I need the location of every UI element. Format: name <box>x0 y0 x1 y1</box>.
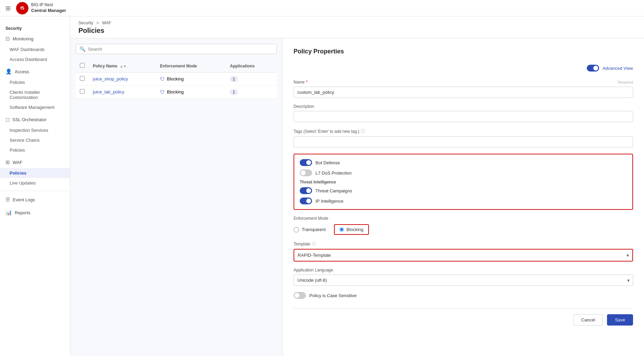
sidebar-event-logs-label: Event Logs <box>13 197 35 202</box>
l7-dos-toggle[interactable] <box>300 169 312 176</box>
save-button[interactable]: Save <box>607 314 633 326</box>
cancel-button[interactable]: Cancel <box>573 314 603 326</box>
sidebar-group-waf: ⊞ WAF Policies Live Updates <box>0 156 70 188</box>
ip-intelligence-toggle[interactable] <box>300 198 312 204</box>
sidebar-item-label: Live Updates <box>10 180 36 186</box>
advanced-view-row: Advanced View <box>294 65 633 72</box>
name-input[interactable] <box>294 87 633 98</box>
apps-badge: 1 <box>230 89 238 95</box>
threat-campaigns-toggle[interactable] <box>300 187 312 194</box>
description-label: Description <box>294 104 633 109</box>
bot-defense-toggle[interactable] <box>300 159 312 166</box>
row-checkbox[interactable] <box>80 89 85 94</box>
tags-help-icon[interactable]: ⓘ <box>361 128 365 134</box>
grid-icon[interactable]: ⊞ <box>5 4 11 12</box>
description-input[interactable] <box>294 111 633 122</box>
col-applications: Applications <box>226 60 277 73</box>
sidebar-item-clients-installer[interactable]: Clients Installer Customization <box>0 87 70 102</box>
enforcement-radio-group: Transparent Blocking <box>294 224 633 235</box>
template-section: Template ⓘ RAPID-Template ▾ <box>294 241 633 262</box>
case-sensitive-label: Policy is Case Sensitive <box>309 293 357 298</box>
col-policy-name: Policy Name ▲▼ <box>89 60 156 73</box>
sidebar-item-service-chains[interactable]: Service Chains <box>0 135 70 145</box>
template-select[interactable]: RAPID-Template <box>294 250 632 261</box>
enforcement-cell: 🛡 Blocking <box>160 89 222 95</box>
sidebar-group-ssl-header[interactable]: ◻ SSL Orchestrator <box>0 114 70 125</box>
app-language-group: Application Language Unicode (utf-8) ▾ <box>294 268 633 286</box>
policy-name-link[interactable]: juice_lab_policy <box>93 89 124 94</box>
monitoring-icon: ⊡ <box>5 36 10 42</box>
sort-icon[interactable]: ▲▼ <box>120 64 127 68</box>
access-icon: 👤 <box>5 68 12 75</box>
radio-blocking-box[interactable]: Blocking <box>334 224 369 235</box>
sidebar-group-event-logs-header[interactable]: ☰ Event Logs <box>0 194 70 205</box>
blocking-radio[interactable] <box>339 227 344 232</box>
page-title: Policies <box>78 27 636 35</box>
threat-intel-sublabel: Threat Intelligence <box>300 180 627 185</box>
case-sensitive-toggle[interactable] <box>294 292 306 299</box>
sidebar-item-label: Policies <box>10 148 25 153</box>
app-language-select-wrapper: Unicode (utf-8) ▾ <box>294 275 633 286</box>
sidebar-item-label: Access Dashboard <box>10 57 47 62</box>
radio-transparent[interactable]: Transparent <box>294 227 326 232</box>
search-input[interactable] <box>88 47 273 52</box>
l7-dos-label: L7 DoS Protection <box>315 170 352 176</box>
bot-defense-label: Bot Defense <box>315 160 340 165</box>
sidebar-item-label: Clients Installer Customization <box>10 90 64 100</box>
sidebar-section-security: Security <box>0 21 70 33</box>
sidebar-item-live-updates[interactable]: Live Updates <box>0 178 70 188</box>
enforcement-cell: 🛡 Blocking <box>160 76 222 82</box>
sidebar-ssl-label: SSL Orchestrator <box>12 117 47 122</box>
tags-input[interactable] <box>294 136 633 148</box>
sidebar-group-reports-header[interactable]: 📊 Reports <box>0 207 70 218</box>
transparent-radio[interactable] <box>294 227 299 232</box>
select-all-checkbox[interactable] <box>80 63 85 68</box>
search-bar[interactable]: 🔍 <box>76 44 277 54</box>
row-checkbox[interactable] <box>80 76 85 81</box>
app-logo: f5 BIG-IP Next Central Manager <box>16 2 66 14</box>
ssl-icon: ◻ <box>5 116 10 123</box>
case-sensitive-row: Policy is Case Sensitive <box>294 292 633 299</box>
sidebar-group-event-logs: ☰ Event Logs <box>0 194 70 205</box>
app-language-label: Application Language <box>294 268 633 272</box>
policy-properties-pane: Policy Properties Advanced View Name * R… <box>283 38 644 356</box>
sidebar-group-monitoring-header[interactable]: ⊡ Monitoring <box>0 33 70 44</box>
enforcement-mode-label: Enforcement Mode <box>294 216 633 221</box>
sidebar-item-access-policies[interactable]: Policies <box>0 77 70 87</box>
sidebar-reports-label: Reports <box>15 210 30 215</box>
sidebar-monitoring-label: Monitoring <box>13 36 34 41</box>
app-language-select[interactable]: Unicode (utf-8) <box>294 275 633 286</box>
template-select-wrapper: RAPID-Template ▾ <box>294 250 632 261</box>
sidebar-group-monitoring: ⊡ Monitoring WAF Dashboards Access Dashb… <box>0 33 70 64</box>
policy-name-link[interactable]: juice_shop_policy <box>93 76 128 81</box>
breadcrumb: Security > WAF <box>78 21 636 25</box>
sidebar-item-access-dashboard[interactable]: Access Dashboard <box>0 54 70 64</box>
sidebar-item-waf-dashboards[interactable]: WAF Dashboards <box>0 44 70 54</box>
sidebar: Security ⊡ Monitoring WAF Dashboards Acc… <box>0 16 70 356</box>
sidebar-item-ssl-policies[interactable]: Policies <box>0 145 70 155</box>
apps-badge: 1 <box>230 76 238 82</box>
form-footer: Cancel Save <box>294 308 633 326</box>
shield-icon: 🛡 <box>160 89 165 95</box>
security-features-box: Bot Defense L7 DoS Protection Threat Int… <box>294 154 633 210</box>
sidebar-group-waf-header[interactable]: ⊞ WAF <box>0 156 70 168</box>
advanced-view-toggle[interactable] <box>587 65 599 72</box>
sidebar-item-inspection-services[interactable]: Inspection Services <box>0 125 70 135</box>
sidebar-item-waf-policies[interactable]: Policies <box>0 168 70 178</box>
sidebar-waf-label: WAF <box>13 160 22 165</box>
sidebar-item-software-management[interactable]: Software Management <box>0 102 70 112</box>
sidebar-group-access-header[interactable]: 👤 Access <box>0 66 70 77</box>
sidebar-item-label: Inspection Services <box>10 128 48 133</box>
ip-intelligence-label: IP Intelligence <box>315 199 343 204</box>
ip-intelligence-row: IP Intelligence <box>300 198 627 204</box>
sidebar-item-label: Software Management <box>10 105 54 110</box>
event-logs-icon: ☰ <box>5 196 10 203</box>
sidebar-divider <box>0 191 70 191</box>
name-label: Name * Required <box>294 80 633 85</box>
tags-group: Tags (Select 'Enter' to add new tag.) ⓘ <box>294 128 633 148</box>
sidebar-item-label: Policies <box>10 80 25 85</box>
threat-campaigns-row: Threat Campaigns <box>300 187 627 194</box>
template-help-icon[interactable]: ⓘ <box>312 241 316 247</box>
col-enforcement-mode: Enforcement Mode <box>156 60 226 73</box>
enforcement-mode-section: Enforcement Mode Transparent Blocking <box>294 216 633 235</box>
